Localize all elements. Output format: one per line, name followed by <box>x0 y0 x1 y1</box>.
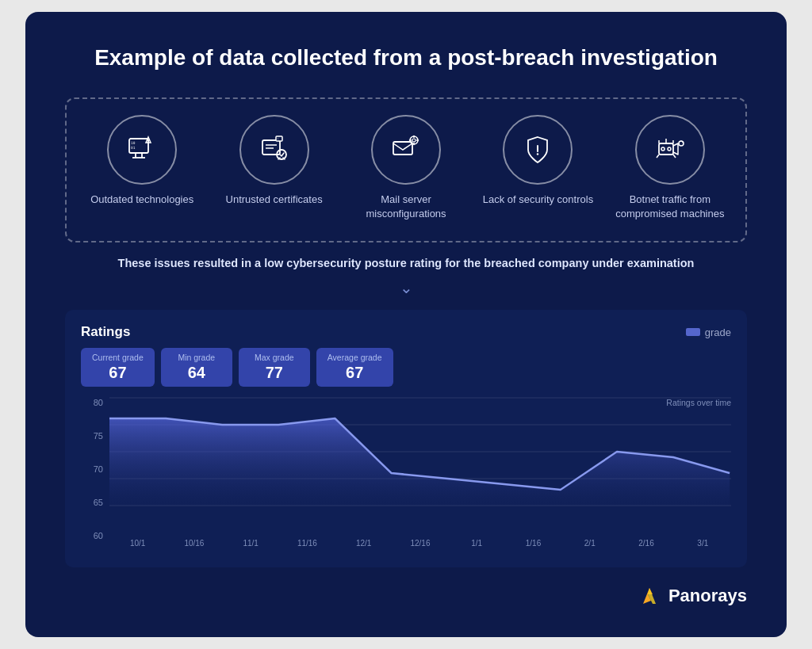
x-label-10: 3/1 <box>675 539 731 548</box>
chart-container: Ratings grade Current grade 67 Min grade… <box>65 310 747 567</box>
x-label-7: 1/16 <box>505 539 561 548</box>
svg-marker-39 <box>109 418 730 506</box>
icon-circle-security <box>503 115 573 185</box>
shield-warning-icon <box>520 132 555 167</box>
svg-point-24 <box>661 147 665 151</box>
svg-text:10: 10 <box>131 141 136 145</box>
legend-box <box>686 328 700 336</box>
y-label-65: 65 <box>81 498 103 507</box>
min-grade-value: 64 <box>188 364 205 382</box>
chevron-icon: ⌄ <box>65 278 747 297</box>
y-label-60: 60 <box>81 531 103 540</box>
max-grade-value: 77 <box>266 364 283 382</box>
chart-inner: Ratings over time <box>109 398 731 556</box>
certs-label: Untrusted certificates <box>226 193 323 207</box>
line-chart-svg <box>109 398 731 533</box>
panorays-name: Panorays <box>668 586 747 606</box>
y-axis-labels: 80 75 70 65 60 <box>81 398 103 556</box>
panorays-logo: Panorays <box>65 583 747 609</box>
icon-item-certs: ! Untrusted certificates <box>211 115 336 207</box>
icon-circle-mail <box>371 115 441 185</box>
chart-title: Ratings <box>81 324 130 340</box>
icon-circle-botnet <box>635 115 705 185</box>
svg-text:01: 01 <box>131 146 136 150</box>
x-label-0: 10/1 <box>109 539 166 548</box>
x-label-5: 12/16 <box>392 539 448 548</box>
chart-header: Ratings grade <box>81 324 731 340</box>
y-label-70: 70 <box>81 464 103 474</box>
outdated-label: Outdated technologies <box>90 193 193 207</box>
chart-area: 80 75 70 65 60 Ratings over time <box>81 398 731 556</box>
security-label: Lack of security controls <box>483 193 593 207</box>
x-label-4: 12/1 <box>335 539 392 548</box>
svg-line-30 <box>673 155 676 158</box>
y-label-80: 80 <box>81 398 103 407</box>
robot-camera-icon <box>653 132 688 167</box>
issues-box: 10 01 Outdated technologies <box>65 97 747 242</box>
icon-item-security: Lack of security controls <box>475 115 600 207</box>
ratings-over-time-label: Ratings over time <box>666 398 731 407</box>
x-label-1: 10/16 <box>166 539 222 548</box>
min-grade-label: Min grade <box>178 353 215 362</box>
legend-label: grade <box>705 326 731 338</box>
icon-item-outdated: 10 01 Outdated technologies <box>79 115 205 207</box>
icon-circle-certs: ! <box>239 115 309 185</box>
grade-card-current: Current grade 67 <box>81 348 155 387</box>
svg-line-33 <box>682 142 683 143</box>
grades-row: Current grade 67 Min grade 64 Max grade … <box>81 348 731 387</box>
chart-legend: grade <box>686 326 731 338</box>
main-card: Example of data collected from a post-br… <box>25 12 787 638</box>
svg-text:!: ! <box>278 137 278 141</box>
icon-circle-outdated: 10 01 <box>107 115 177 185</box>
x-label-9: 2/16 <box>618 539 674 548</box>
svg-point-22 <box>537 153 538 155</box>
page-title: Example of data collected from a post-br… <box>65 44 747 72</box>
grade-card-max: Max grade 77 <box>239 348 310 387</box>
mail-gear-icon <box>389 132 423 167</box>
x-label-6: 1/1 <box>449 539 505 548</box>
current-grade-value: 67 <box>109 364 126 382</box>
current-grade-label: Current grade <box>92 353 144 362</box>
svg-rect-14 <box>393 142 412 155</box>
avg-grade-label: Average grade <box>327 353 382 362</box>
icon-item-mail: Mail server misconfigurations <box>343 115 469 221</box>
botnet-label: Botnet traffic from compromised machines <box>607 193 733 221</box>
panorays-logo-icon <box>637 583 662 609</box>
x-label-3: 11/16 <box>279 539 335 548</box>
computer-warning-icon: 10 01 <box>124 132 159 167</box>
max-grade-label: Max grade <box>255 353 294 362</box>
svg-line-29 <box>657 155 659 158</box>
y-label-75: 75 <box>81 431 103 441</box>
grade-card-min: Min grade 64 <box>161 348 232 387</box>
certificate-icon: ! <box>257 132 292 167</box>
icon-item-botnet: Botnet traffic from compromised machines <box>607 115 733 221</box>
x-label-2: 11/1 <box>223 539 279 548</box>
summary-text: These issues resulted in a low cybersecu… <box>65 255 747 273</box>
x-label-8: 2/1 <box>561 539 618 548</box>
grade-card-avg: Average grade 67 <box>316 348 393 387</box>
x-axis-labels: 10/1 10/16 11/1 11/16 12/1 12/16 1/1 1/1… <box>109 536 731 548</box>
mail-label: Mail server misconfigurations <box>343 193 469 221</box>
avg-grade-value: 67 <box>346 364 363 382</box>
svg-point-16 <box>412 139 416 142</box>
svg-point-7 <box>148 142 149 143</box>
svg-point-25 <box>668 147 671 151</box>
